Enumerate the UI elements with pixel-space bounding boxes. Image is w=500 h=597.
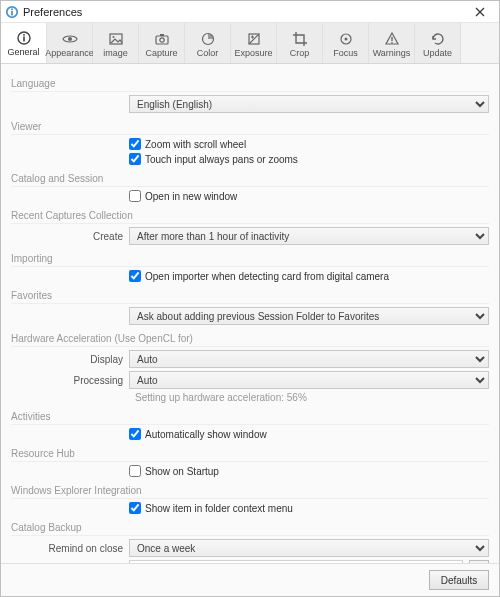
image-icon [108, 31, 124, 47]
svg-point-8 [112, 36, 114, 38]
touch-pan-checkbox[interactable]: Touch input always pans or zooms [129, 153, 298, 165]
section-hw-accel: Hardware Acceleration (Use OpenCL for) [11, 333, 489, 347]
svg-point-15 [344, 37, 347, 40]
tab-label: Appearance [45, 48, 94, 58]
close-button[interactable] [465, 2, 495, 22]
tab-label: Crop [290, 48, 310, 58]
eye-icon [62, 31, 78, 47]
tab-exposure[interactable]: Exposure [231, 23, 277, 63]
window-title: Preferences [23, 6, 465, 18]
remind-label: Remind on close [11, 543, 129, 554]
svg-rect-16 [391, 37, 392, 41]
section-recent-captures: Recent Captures Collection [11, 210, 489, 224]
tabstrip: General Appearance image Capture Color E… [1, 23, 499, 64]
tab-crop[interactable]: Crop [277, 23, 323, 63]
open-new-window-checkbox[interactable]: Open in new window [129, 190, 237, 202]
hw-accel-hint: Setting up hardware acceleration: 56% [129, 392, 489, 403]
section-resource-hub: Resource Hub [11, 448, 489, 462]
tab-label: Warnings [373, 48, 411, 58]
svg-rect-4 [23, 34, 25, 36]
section-favorites: Favorites [11, 290, 489, 304]
section-viewer: Viewer [11, 121, 489, 135]
processing-label: Processing [11, 375, 129, 386]
context-menu-checkbox[interactable]: Show item in folder context menu [129, 502, 293, 514]
svg-rect-5 [23, 37, 25, 42]
favorites-select[interactable]: Ask about adding previous Session Folder… [129, 307, 489, 325]
section-catalog-session: Catalog and Session [11, 173, 489, 187]
display-select[interactable]: Auto [129, 350, 489, 368]
camera-icon [154, 31, 170, 47]
svg-point-11 [159, 37, 163, 41]
color-icon [200, 31, 216, 47]
exposure-icon [246, 31, 262, 47]
info-icon [16, 30, 32, 46]
zoom-scroll-checkbox[interactable]: Zoom with scroll wheel [129, 138, 246, 150]
svg-point-6 [68, 37, 72, 41]
tab-label: Capture [145, 48, 177, 58]
focus-icon [338, 31, 354, 47]
create-label: Create [11, 231, 129, 242]
section-importing: Importing [11, 253, 489, 267]
tab-general[interactable]: General [1, 23, 47, 63]
remind-select[interactable]: Once a week [129, 539, 489, 557]
footer: Defaults [1, 563, 499, 596]
svg-rect-1 [11, 8, 13, 10]
app-icon [5, 5, 19, 19]
svg-rect-10 [160, 34, 164, 36]
tab-capture[interactable]: Capture [139, 23, 185, 63]
section-activities: Activities [11, 411, 489, 425]
preferences-window: Preferences General Appearance image Cap… [0, 0, 500, 597]
defaults-button[interactable]: Defaults [429, 570, 489, 590]
show-startup-checkbox[interactable]: Show on Startup [129, 465, 219, 477]
section-catalog-backup: Catalog Backup [11, 522, 489, 536]
tab-label: Exposure [234, 48, 272, 58]
tab-label: General [7, 47, 39, 57]
update-icon [430, 31, 446, 47]
tab-warnings[interactable]: Warnings [369, 23, 415, 63]
tab-label: Update [423, 48, 452, 58]
display-label: Display [11, 354, 129, 365]
processing-select[interactable]: Auto [129, 371, 489, 389]
tab-label: Color [197, 48, 219, 58]
open-importer-checkbox[interactable]: Open importer when detecting card from d… [129, 270, 389, 282]
preferences-body: Language English (English) Viewer Zoom w… [1, 64, 499, 563]
section-explorer: Windows Explorer Integration [11, 485, 489, 499]
titlebar: Preferences [1, 1, 499, 23]
tab-label: image [103, 48, 128, 58]
tab-image[interactable]: image [93, 23, 139, 63]
auto-show-checkbox[interactable]: Automatically show window [129, 428, 267, 440]
tab-label: Focus [333, 48, 358, 58]
tab-appearance[interactable]: Appearance [47, 23, 93, 63]
svg-rect-17 [391, 42, 392, 43]
section-language: Language [11, 78, 489, 92]
tab-update[interactable]: Update [415, 23, 461, 63]
tab-color[interactable]: Color [185, 23, 231, 63]
language-select[interactable]: English (English) [129, 95, 489, 113]
tab-focus[interactable]: Focus [323, 23, 369, 63]
create-select[interactable]: After more than 1 hour of inactivity [129, 227, 489, 245]
svg-rect-2 [11, 11, 13, 15]
warning-icon [384, 31, 400, 47]
crop-icon [292, 31, 308, 47]
